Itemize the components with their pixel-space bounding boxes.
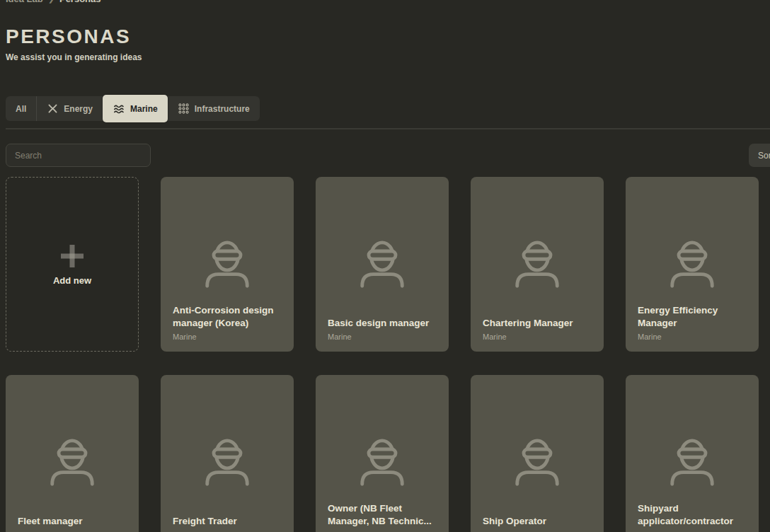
tab-infrastructure[interactable]: Infrastructure <box>168 96 260 121</box>
persona-title: Fleet manager <box>18 515 130 528</box>
add-new-label: Add new <box>53 275 91 286</box>
person-icon <box>200 436 255 491</box>
persona-card[interactable]: Ship Operator Marine <box>471 375 604 532</box>
persona-title: Chartering Manager <box>483 317 595 330</box>
person-icon <box>200 238 255 293</box>
search-input[interactable] <box>6 144 151 167</box>
persona-title: Freight Trader <box>173 515 285 528</box>
persona-card-text: Basic design manager Marine <box>328 317 440 341</box>
persona-title: Shipyard applicator/contractor <box>638 502 750 528</box>
persona-card[interactable]: Anti-Corrosion design manager (Korea) Ma… <box>161 177 294 352</box>
add-new-card[interactable]: Add new <box>6 177 139 352</box>
tab-marine[interactable]: Marine <box>103 95 168 122</box>
persona-card-text: Fleet manager Marine <box>18 515 130 532</box>
persona-category: Marine <box>173 332 285 341</box>
tab-energy-label: Energy <box>64 104 93 114</box>
persona-card[interactable]: Shipyard applicator/contractor Marine <box>626 375 759 532</box>
persona-category: Marine <box>328 332 440 341</box>
persona-card[interactable]: Basic design manager Marine <box>316 177 449 352</box>
breadcrumb: Idea Lab ❯ Personas <box>6 0 101 4</box>
persona-card[interactable]: Energy Efficiency Manager Marine <box>626 177 759 352</box>
persona-title: Anti-Corrosion design manager (Korea) <box>173 304 285 330</box>
persona-card-text: Anti-Corrosion design manager (Korea) Ma… <box>173 304 285 341</box>
person-icon <box>665 436 720 491</box>
breadcrumb-separator-icon: ❯ <box>48 0 54 4</box>
tab-all[interactable]: All <box>6 96 36 121</box>
persona-card-text: Shipyard applicator/contractor Marine <box>638 502 750 532</box>
grid-dots-icon <box>178 103 190 115</box>
plus-icon <box>59 243 85 269</box>
tab-all-label: All <box>16 104 26 114</box>
person-icon <box>45 436 100 491</box>
persona-card-text: Freight Trader Marine <box>173 515 285 532</box>
person-icon <box>510 238 565 293</box>
wind-turbine-icon <box>47 103 59 115</box>
person-icon <box>355 238 410 293</box>
sort-button[interactable]: Sort <box>749 144 770 167</box>
category-filter-tabs: All Energy Marine <box>6 96 260 121</box>
person-icon <box>355 436 410 491</box>
tab-infrastructure-label: Infrastructure <box>195 104 250 114</box>
persona-category: Marine <box>483 332 595 341</box>
personas-page: Idea Lab ❯ Personas PERSONAS We assist y… <box>0 0 770 532</box>
persona-card-text: Energy Efficiency Manager Marine <box>638 304 750 341</box>
waves-icon <box>113 103 125 115</box>
persona-title: Owner (NB Fleet Manager, NB Technic... <box>328 502 440 528</box>
breadcrumb-item-idea-lab[interactable]: Idea Lab <box>6 0 43 4</box>
page-subtitle: We assist you in generating ideas <box>6 52 142 62</box>
persona-title: Basic design manager <box>328 317 440 330</box>
persona-card[interactable]: Freight Trader Marine <box>161 375 294 532</box>
persona-card-text: Owner (NB Fleet Manager, NB Technic... M… <box>328 502 440 532</box>
page-title: PERSONAS <box>6 25 131 48</box>
persona-title: Energy Efficiency Manager <box>638 304 750 330</box>
persona-title: Ship Operator <box>483 515 595 528</box>
tab-marine-label: Marine <box>130 104 158 114</box>
persona-card[interactable]: Owner (NB Fleet Manager, NB Technic... M… <box>316 375 449 532</box>
persona-category: Marine <box>638 332 750 341</box>
tab-energy[interactable]: Energy <box>36 96 103 121</box>
section-divider <box>6 128 770 129</box>
breadcrumb-item-personas: Personas <box>59 0 101 4</box>
persona-card-text: Ship Operator Marine <box>483 515 595 532</box>
persona-card[interactable]: Chartering Manager Marine <box>471 177 604 352</box>
persona-grid: Add new Anti-Corrosion design manager (K… <box>6 177 759 532</box>
person-icon <box>665 238 720 293</box>
person-icon <box>510 436 565 491</box>
persona-card-text: Chartering Manager Marine <box>483 317 595 341</box>
persona-card[interactable]: Fleet manager Marine <box>6 375 139 532</box>
